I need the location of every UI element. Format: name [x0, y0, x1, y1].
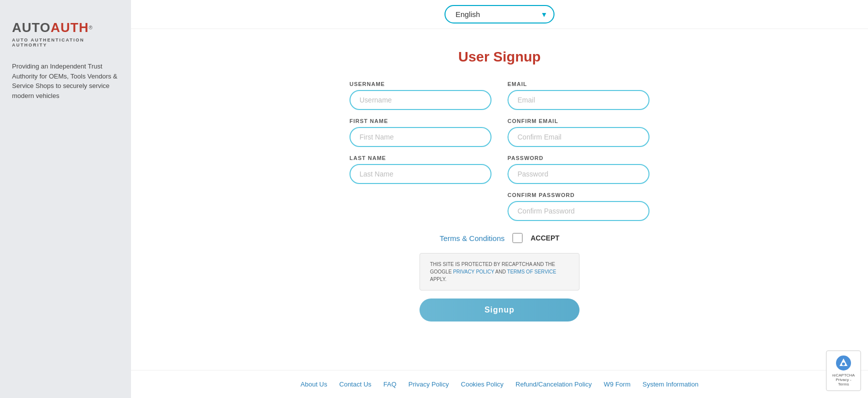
recaptcha-badge: reCAPTCHAPrivacy - Terms [826, 350, 861, 391]
page-title: User Signup [458, 49, 541, 65]
confirm-password-input[interactable] [508, 201, 650, 221]
footer-cookies-policy[interactable]: Cookies Policy [461, 380, 504, 388]
language-selector-wrapper: English Spanish French German ▼ [444, 5, 554, 24]
signup-form: USERNAME EMAIL FIRST NAME CONFIRM EMAIL [350, 81, 650, 322]
logo-reg: ® [88, 25, 92, 30]
recaptcha-notice: THIS SITE IS PROTECTED BY RECAPTCHA AND … [420, 253, 580, 290]
footer-refund-policy[interactable]: Refund/Cancelation Policy [516, 380, 592, 388]
svg-point-1 [842, 362, 845, 366]
recaptcha-apply: APPLY. [430, 276, 446, 282]
email-input[interactable] [508, 90, 650, 110]
confirm-email-label: CONFIRM EMAIL [508, 118, 650, 124]
footer-privacy-policy[interactable]: Privacy Policy [408, 380, 449, 388]
password-label: PASSWORD [508, 155, 650, 161]
username-group: USERNAME [350, 81, 492, 110]
sidebar: AUTO AUTH ® AUTO AUTHENTICATION AUTHORIT… [0, 0, 131, 398]
first-name-label: FIRST NAME [350, 118, 492, 124]
sidebar-description: Providing an Independent Trust Authority… [12, 62, 119, 100]
accept-label: ACCEPT [530, 234, 560, 242]
logo-subtitle: AUTO AUTHENTICATION AUTHORITY [12, 38, 119, 48]
logo: AUTO AUTH ® AUTO AUTHENTICATION AUTHORIT… [12, 20, 119, 48]
main-content: English Spanish French German ▼ User Sig… [131, 0, 868, 398]
username-label: USERNAME [350, 81, 492, 87]
last-name-input[interactable] [350, 164, 492, 184]
footer-system-information[interactable]: System Information [642, 380, 698, 388]
last-name-group: LAST NAME [350, 155, 492, 184]
privacy-policy-link[interactable]: PRIVACY POLICY [453, 269, 494, 274]
password-group: PASSWORD [508, 155, 650, 184]
accept-checkbox[interactable] [512, 233, 522, 243]
form-area: User Signup USERNAME EMAIL FIRST NAME [131, 29, 868, 370]
logo-auth: AUTH [50, 20, 88, 36]
logo-auto: AUTO [12, 20, 50, 36]
confirm-password-group: CONFIRM PASSWORD [508, 192, 650, 221]
first-name-input[interactable] [350, 127, 492, 147]
recaptcha-badge-text: reCAPTCHAPrivacy - Terms [830, 373, 856, 386]
footer-faq[interactable]: FAQ [384, 380, 396, 388]
top-bar: English Spanish French German ▼ [131, 0, 868, 29]
last-name-label: LAST NAME [350, 155, 492, 161]
form-grid: USERNAME EMAIL FIRST NAME CONFIRM EMAIL [350, 81, 650, 221]
terms-of-service-link[interactable]: TERMS OF SERVICE [507, 269, 556, 274]
confirm-email-input[interactable] [508, 127, 650, 147]
terms-row: Terms & Conditions ACCEPT [350, 233, 650, 243]
confirm-password-label: CONFIRM PASSWORD [508, 192, 650, 198]
signup-button[interactable]: Signup [420, 298, 580, 322]
password-input[interactable] [508, 164, 650, 184]
footer: About Us Contact Us FAQ Privacy Policy C… [131, 370, 868, 398]
email-group: EMAIL [508, 81, 650, 110]
first-name-group: FIRST NAME [350, 118, 492, 147]
confirm-email-group: CONFIRM EMAIL [508, 118, 650, 147]
email-label: EMAIL [508, 81, 650, 87]
footer-about-us[interactable]: About Us [300, 380, 327, 388]
recaptcha-logo [836, 355, 852, 371]
recaptcha-and: AND [494, 269, 507, 274]
username-input[interactable] [350, 90, 492, 110]
logo-text: AUTO AUTH ® [12, 20, 119, 36]
footer-w9-form[interactable]: W9 Form [604, 380, 630, 388]
language-select[interactable]: English Spanish French German [444, 5, 554, 24]
terms-conditions-link[interactable]: Terms & Conditions [440, 234, 504, 242]
footer-contact-us[interactable]: Contact Us [340, 380, 372, 388]
